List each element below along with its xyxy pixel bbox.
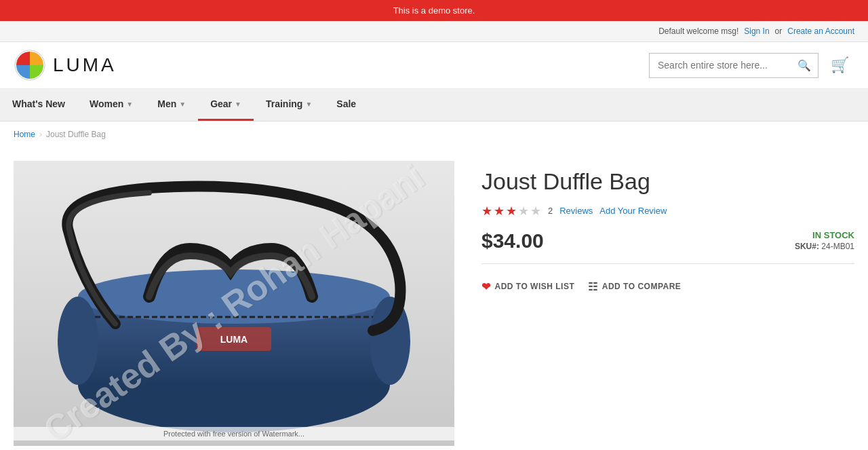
svg-text:LUMA: LUMA <box>220 334 248 345</box>
heart-icon: ❤ <box>481 280 491 293</box>
star-4: ★ <box>518 204 529 219</box>
add-to-compare-button[interactable]: ☷ ADD TO COMPARE <box>588 278 681 296</box>
nav-label-sale: Sale <box>336 98 356 109</box>
cart-button[interactable]: 🛒 <box>825 54 854 77</box>
svg-point-7 <box>370 297 410 385</box>
breadcrumb: Home › Joust Duffle Bag <box>0 121 868 147</box>
reviews-row: ★ ★ ★ ★ ★ 2 Reviews Add Your Review <box>481 204 854 219</box>
price-divider <box>481 263 854 264</box>
main-header: LUMA 🔍 🛒 <box>0 42 868 89</box>
chevron-down-icon: ▼ <box>305 100 312 108</box>
welcome-message: Default welcome msg! <box>658 26 738 36</box>
stock-status: IN STOCK <box>795 230 854 240</box>
product-image-svg: LUMA <box>14 161 454 446</box>
product-image-placeholder: LUMA Created By : Rohan Hapani Protected… <box>14 161 454 446</box>
search-bar: 🔍 <box>649 53 818 78</box>
nav-label-gear: Gear <box>210 98 232 109</box>
breadcrumb-separator: › <box>39 130 42 139</box>
main-nav: What's New Women ▼ Men ▼ Gear ▼ Training… <box>0 89 868 121</box>
or-separator: or <box>775 26 783 36</box>
sku-label: SKU#: <box>795 242 819 251</box>
star-rating: ★ ★ ★ ★ ★ <box>481 204 541 219</box>
nav-item-whats-new[interactable]: What's New <box>0 89 77 121</box>
add-to-wishlist-button[interactable]: ❤ ADD TO WISH LIST <box>481 278 574 296</box>
sku-value: 24-MB01 <box>821 242 854 251</box>
compare-icon: ☷ <box>588 280 598 293</box>
breadcrumb-home[interactable]: Home <box>14 130 35 139</box>
nav-label-men: Men <box>157 98 176 109</box>
sku-line: SKU#: 24-MB01 <box>795 242 854 251</box>
stock-sku-area: IN STOCK SKU#: 24-MB01 <box>795 230 854 251</box>
sign-in-link[interactable]: Sign In <box>744 26 769 36</box>
cart-icon: 🛒 <box>831 56 849 73</box>
star-3: ★ <box>506 204 517 219</box>
nav-label-training: Training <box>266 98 302 109</box>
chevron-down-icon: ▼ <box>179 100 186 108</box>
logo-area: LUMA <box>14 49 117 81</box>
star-5: ★ <box>530 204 541 219</box>
search-button[interactable]: 🔍 <box>791 54 818 77</box>
top-banner: This is a demo store. <box>0 0 868 21</box>
nav-item-sale[interactable]: Sale <box>324 89 368 121</box>
wishlist-label: ADD TO WISH LIST <box>495 282 575 291</box>
svg-point-6 <box>58 297 98 385</box>
price-row: $34.00 IN STOCK SKU#: 24-MB01 <box>481 229 854 252</box>
luma-logo-icon <box>14 49 46 81</box>
product-info: Joust Duffle Bag ★ ★ ★ ★ ★ 2 Reviews Add… <box>481 161 854 446</box>
nav-item-training[interactable]: Training ▼ <box>254 89 324 121</box>
logo-text: LUMA <box>53 54 117 76</box>
compare-label: ADD TO COMPARE <box>602 282 682 291</box>
svg-point-4 <box>78 269 390 324</box>
star-1: ★ <box>481 204 492 219</box>
nav-label-whats-new: What's New <box>12 98 65 109</box>
nav-item-women[interactable]: Women ▼ <box>77 89 145 121</box>
add-review-link[interactable]: Add Your Review <box>599 206 667 216</box>
star-2: ★ <box>494 204 505 219</box>
search-input[interactable] <box>650 54 791 76</box>
top-header-bar: Default welcome msg! Sign In or Create a… <box>0 21 868 42</box>
reviews-link[interactable]: Reviews <box>559 206 593 216</box>
actions-row: ❤ ADD TO WISH LIST ☷ ADD TO COMPARE <box>481 278 854 296</box>
product-page: LUMA Created By : Rohan Hapani Protected… <box>0 147 868 450</box>
banner-message: This is a demo store. <box>393 5 475 16</box>
create-account-link[interactable]: Create an Account <box>787 26 854 36</box>
search-icon: 🔍 <box>797 60 811 71</box>
nav-label-women: Women <box>90 98 123 109</box>
chevron-down-icon: ▼ <box>126 100 133 108</box>
protected-text: Protected with free version of Watermark… <box>14 427 454 440</box>
breadcrumb-current: Joust Duffle Bag <box>46 130 106 139</box>
product-title: Joust Duffle Bag <box>481 168 854 195</box>
product-image-area: LUMA Created By : Rohan Hapani Protected… <box>14 161 454 446</box>
header-right: 🔍 🛒 <box>649 53 854 78</box>
product-price: $34.00 <box>481 229 544 252</box>
chevron-down-icon: ▼ <box>235 100 241 108</box>
nav-item-gear[interactable]: Gear ▼ <box>198 89 254 121</box>
nav-item-men[interactable]: Men ▼ <box>145 89 198 121</box>
review-count: 2 <box>548 206 553 216</box>
